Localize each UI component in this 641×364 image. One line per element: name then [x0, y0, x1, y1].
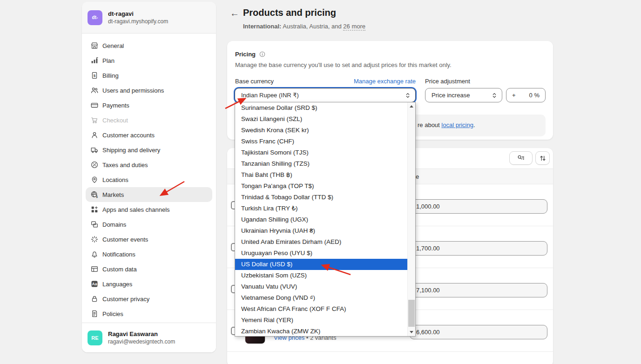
sidebar-item-customer-privacy[interactable]: Customer privacy	[86, 291, 212, 306]
sidebar-item-custom-data[interactable]: Custom data	[86, 262, 212, 276]
store-header: dt- dt-ragavi dt-ragavi.myshopify.com	[82, 2, 216, 34]
currency-option[interactable]: Swedish Krona (SEK kr)	[235, 125, 408, 136]
checkout-cart-icon	[90, 116, 99, 124]
currency-option[interactable]: Swiss Franc (CHF)	[235, 136, 408, 147]
scroll-down-arrow[interactable]	[408, 328, 415, 336]
currency-option[interactable]: Swazi Lilangeni (SZL)	[235, 114, 408, 125]
currency-option[interactable]: Thai Baht (THB ฿)	[235, 169, 408, 181]
sidebar-item-taxes-duties[interactable]: Taxes and duties	[86, 157, 212, 172]
currency-option[interactable]: Trinidad & Tobago Dollar (TTD $)	[235, 192, 408, 203]
price-adjustment-value-input[interactable]: + 0 %	[506, 88, 546, 102]
price-input[interactable]	[410, 241, 547, 256]
store-name: dt-ragavi	[108, 10, 168, 17]
store-icon	[90, 41, 99, 50]
price-adjustment-label: Price adjustment	[425, 78, 470, 85]
settings-page: dt- dt-ragavi dt-ragavi.myshopify.com Ge…	[0, 0, 641, 364]
price-column-header-fragment: e	[416, 173, 419, 180]
currency-option[interactable]: Tajikistani Somoni (TJS)	[235, 147, 408, 158]
sidebar-item-billing[interactable]: $ Billing	[86, 68, 212, 83]
settings-sidebar: dt- dt-ragavi dt-ragavi.myshopify.com Ge…	[82, 2, 216, 352]
sidebar-item-checkout: Checkout	[86, 113, 212, 128]
currency-option[interactable]: Vietnamese Dong (VND ₫)	[235, 292, 408, 303]
user-avatar: RE	[88, 330, 102, 345]
currency-option[interactable]: Uzbekistani Som (UZS)	[235, 270, 408, 281]
sparkle-icon	[90, 235, 99, 243]
user-email: ragavi@wedesigntech.com	[108, 338, 175, 345]
pin-icon	[90, 175, 99, 184]
search-filter-button[interactable]	[509, 151, 533, 165]
currency-option[interactable]: Uruguayan Peso (UYU $)	[235, 248, 408, 259]
truck-icon	[90, 146, 99, 154]
settings-nav: General Plan $ Billing Users and permiss…	[86, 38, 212, 321]
page-title: Products and pricing	[243, 7, 336, 18]
sidebar-item-locations[interactable]: Locations	[86, 172, 212, 187]
info-icon[interactable]	[259, 51, 266, 58]
users-icon	[90, 86, 99, 94]
currency-option[interactable]: Vanuatu Vatu (VUV)	[235, 281, 408, 292]
apps-grid-icon	[90, 205, 99, 214]
document-icon	[90, 310, 99, 318]
local-pricing-link[interactable]: local pricing	[441, 121, 473, 128]
currency-option-selected[interactable]: US Dollar (USD $)	[235, 259, 408, 270]
sidebar-item-payments[interactable]: Payments	[86, 98, 212, 113]
sidebar-item-customer-accounts[interactable]: Customer accounts	[86, 128, 212, 142]
search-filter-icon	[517, 154, 525, 162]
sidebar-item-notifications[interactable]: Notifications	[86, 247, 212, 262]
sidebar-item-users-permissions[interactable]: Users and permissions	[86, 83, 212, 98]
sidebar-item-customer-events[interactable]: Customer events	[86, 232, 212, 247]
currency-option[interactable]: United Arab Emirates Dirham (AED)	[235, 236, 408, 248]
sort-button[interactable]	[535, 151, 550, 165]
base-currency-select[interactable]: Indian Rupee (INR ₹)	[235, 88, 416, 102]
sidebar-item-plan[interactable]: Plan	[86, 53, 212, 68]
sidebar-item-languages[interactable]: Aa Languages	[86, 276, 212, 291]
domains-icon	[90, 220, 99, 229]
percent-icon	[90, 161, 99, 169]
globe-dollar-icon: $	[90, 190, 99, 199]
person-icon	[90, 131, 99, 139]
base-currency-label: Base currency	[235, 78, 274, 85]
currency-option[interactable]: Yemeni Rial (YER)	[235, 315, 408, 326]
store-domain: dt-ragavi.myshopify.com	[108, 18, 168, 25]
currency-option[interactable]: West African CFA Franc (XOF F CFA)	[235, 303, 408, 315]
user-footer: RE Ragavi Easwaran ragavi@wedesigntech.c…	[82, 323, 216, 352]
page-subtitle: International: Australia, Austria, and 2…	[243, 23, 365, 30]
user-name: Ragavi Easwaran	[108, 330, 175, 337]
back-arrow-icon[interactable]: ←	[230, 8, 239, 19]
currency-option[interactable]: Turkish Lira (TRY ₺)	[235, 203, 408, 214]
table-icon	[90, 265, 99, 273]
sidebar-item-policies[interactable]: Policies	[86, 306, 212, 321]
manage-exchange-rate-link[interactable]: Manage exchange rate	[354, 78, 416, 85]
currency-option[interactable]: Ukrainian Hryvnia (UAH ₴)	[235, 225, 408, 236]
more-countries-link[interactable]: 26 more	[343, 23, 365, 31]
lock-icon	[90, 295, 99, 303]
scroll-up-arrow[interactable]	[408, 102, 415, 110]
currency-option[interactable]: Zambian Kwacha (ZMW ZK)	[235, 326, 408, 337]
scrollbar-thumb[interactable]	[408, 300, 415, 327]
bell-icon	[90, 250, 99, 258]
sort-icon	[539, 154, 547, 162]
updown-chevron-icon	[492, 92, 497, 99]
plan-icon	[90, 56, 99, 65]
currency-option[interactable]: Tongan Pa'anga (TOP T$)	[235, 181, 408, 192]
billing-icon: $	[90, 71, 99, 80]
currency-option[interactable]: Tanzanian Shilling (TZS)	[235, 158, 408, 169]
sidebar-item-general[interactable]: General	[86, 38, 212, 53]
price-input[interactable]	[410, 199, 547, 214]
svg-text:Aa: Aa	[92, 282, 97, 286]
pricing-title: Pricing	[235, 51, 256, 58]
price-input[interactable]	[410, 283, 547, 297]
sidebar-item-domains[interactable]: Domains	[86, 217, 212, 232]
currency-option[interactable]: Surinamese Dollar (SRD $)	[235, 102, 408, 114]
payments-icon	[90, 101, 99, 109]
price-input[interactable]	[410, 325, 547, 339]
sidebar-item-apps-sales-channels[interactable]: Apps and sales channels	[86, 202, 212, 217]
sidebar-item-shipping-delivery[interactable]: Shipping and delivery	[86, 142, 212, 157]
translate-icon: Aa	[90, 280, 99, 288]
currency-options-list: Surinamese Dollar (SRD $) Swazi Lilangen…	[235, 102, 408, 336]
updown-chevron-icon	[405, 92, 411, 99]
store-avatar: dt-	[88, 10, 102, 25]
currency-dropdown: Surinamese Dollar (SRD $) Swazi Lilangen…	[235, 102, 416, 337]
sidebar-item-markets[interactable]: $ Markets	[86, 187, 212, 202]
currency-option[interactable]: Ugandan Shilling (UGX)	[235, 214, 408, 225]
price-adjustment-select[interactable]: Price increase	[425, 88, 502, 102]
